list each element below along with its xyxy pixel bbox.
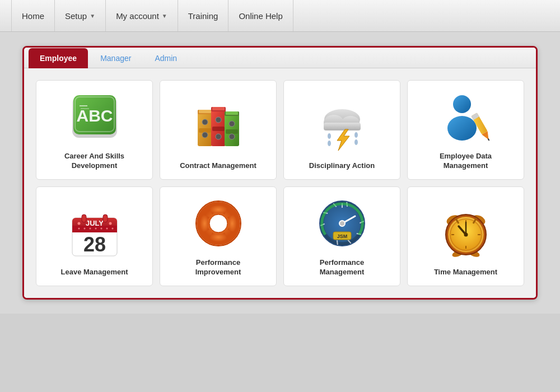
calendar-icon: JULY 28: [69, 208, 120, 258]
my-account-dropdown-arrow: ▼: [162, 13, 167, 19]
setup-dropdown-arrow: ▼: [90, 13, 95, 19]
career-icon-area: ABC: [67, 89, 123, 145]
svg-point-92: [464, 232, 468, 236]
svg-text:28: 28: [83, 233, 105, 256]
nav-my-account[interactable]: My account ▼: [106, 0, 178, 31]
main-content: Employee Manager Admin: [0, 32, 560, 314]
svg-point-10: [202, 132, 208, 138]
tab-employee[interactable]: Employee: [29, 48, 88, 68]
tab-manager[interactable]: Manager: [89, 48, 142, 68]
svg-point-47: [89, 227, 91, 229]
tab-admin[interactable]: Admin: [143, 48, 188, 68]
svg-point-43: [77, 222, 80, 225]
svg-rect-22: [212, 107, 225, 110]
svg-point-44: [109, 222, 111, 225]
svg-marker-28: [337, 129, 349, 151]
svg-point-45: [78, 227, 80, 229]
module-employee-data[interactable]: Employee DataManagement: [407, 80, 524, 180]
svg-point-34: [447, 116, 477, 141]
disciplinary-label: Disciplinary Action: [309, 161, 375, 171]
performance-management-icon-area: JSM: [314, 195, 370, 251]
module-time[interactable]: Time Management: [407, 186, 524, 286]
time-icon-area: [438, 205, 494, 261]
module-performance-management[interactable]: JSM PerformanceManagement: [283, 186, 400, 286]
career-label: Career And SkillsDevelopment: [64, 152, 124, 171]
disciplinary-icon-area: [314, 99, 370, 155]
svg-rect-13: [212, 127, 225, 131]
svg-line-38: [488, 139, 489, 141]
nav-setup[interactable]: Setup ▼: [55, 0, 106, 31]
svg-rect-53: [82, 214, 86, 222]
storm-cloud-icon: [317, 101, 367, 152]
svg-point-50: [106, 227, 108, 229]
modules-grid: ABC Career And SkillsDevelopment: [24, 68, 536, 298]
module-contract[interactable]: Contract Management: [160, 80, 277, 180]
svg-rect-23: [226, 111, 238, 115]
svg-point-49: [100, 227, 102, 229]
nav-online-help[interactable]: Online Help: [228, 0, 293, 31]
tabs-header: Employee Manager Admin: [24, 48, 536, 68]
svg-rect-54: [103, 214, 108, 222]
nav-home[interactable]: Home: [11, 0, 55, 31]
module-leave[interactable]: JULY 28: [36, 186, 153, 286]
svg-rect-16: [225, 111, 239, 146]
performance-improvement-icon-area: [190, 195, 246, 251]
top-navigation: Home Setup ▼ My account ▼ Training Onlin…: [0, 0, 560, 32]
module-performance-improvement[interactable]: PerformanceImprovement: [160, 186, 277, 286]
contract-icon-area: [190, 99, 246, 155]
employee-data-icon-area: [438, 89, 494, 145]
svg-point-48: [95, 227, 96, 229]
performance-management-label: PerformanceManagement: [320, 258, 364, 277]
svg-rect-6: [198, 110, 212, 146]
svg-point-33: [453, 95, 471, 113]
svg-point-19: [229, 121, 235, 127]
svg-point-15: [216, 134, 221, 139]
nav-training[interactable]: Training: [178, 0, 229, 31]
svg-point-29: [328, 133, 331, 139]
leave-icon-area: JULY 28: [67, 205, 123, 261]
svg-point-51: [111, 227, 113, 229]
svg-point-32: [354, 139, 358, 145]
svg-text:JULY: JULY: [85, 219, 103, 227]
employee-data-label: Employee DataManagement: [440, 152, 492, 171]
svg-rect-21: [199, 110, 211, 113]
svg-point-14: [216, 117, 221, 123]
svg-text:ABC: ABC: [76, 106, 113, 125]
abc-chalkboard-icon: ABC: [69, 92, 120, 142]
time-label: Time Management: [434, 268, 497, 277]
contract-label: Contract Management: [180, 161, 256, 171]
svg-point-46: [83, 227, 85, 229]
leave-label: Leave Management: [61, 268, 128, 277]
svg-text:JSM: JSM: [337, 234, 347, 239]
svg-point-31: [354, 132, 358, 138]
person-edit-icon: [441, 92, 491, 142]
alarm-clock-icon: [441, 208, 491, 258]
binders-icon: [193, 101, 244, 152]
module-card-container: Employee Manager Admin: [22, 46, 538, 300]
performance-improvement-label: PerformanceImprovement: [195, 258, 241, 277]
svg-point-20: [229, 134, 235, 139]
svg-point-9: [202, 119, 208, 125]
module-career[interactable]: ABC Career And SkillsDevelopment: [36, 80, 153, 180]
svg-rect-18: [226, 129, 238, 134]
lifebuoy-icon: [193, 198, 244, 249]
module-disciplinary[interactable]: Disciplinary Action: [283, 80, 400, 180]
gauge-icon: JSM: [317, 198, 367, 249]
svg-rect-27: [324, 123, 361, 130]
svg-point-30: [328, 141, 331, 146]
svg-point-75: [339, 221, 345, 226]
